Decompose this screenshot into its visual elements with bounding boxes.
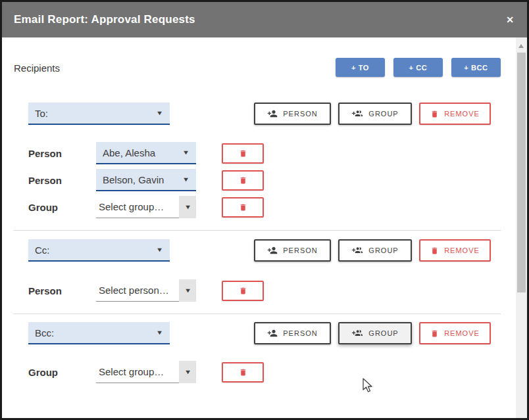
add-group-label: GROUP bbox=[368, 329, 398, 337]
to-group-select[interactable]: Select group… ▼ bbox=[96, 196, 196, 218]
to-member-row-3: Group Select group… ▼ bbox=[14, 196, 501, 218]
add-person-label: PERSON bbox=[283, 329, 317, 337]
add-cc-button[interactable]: + CC bbox=[393, 58, 443, 77]
add-person-label: PERSON bbox=[283, 246, 317, 254]
trash-icon bbox=[239, 368, 247, 377]
bcc-remove-section-button[interactable]: REMOVE bbox=[419, 322, 491, 344]
member-kind-label: Person bbox=[28, 148, 96, 159]
member-kind-label: Person bbox=[28, 285, 96, 296]
cc-delete-row-1-button[interactable] bbox=[222, 281, 264, 301]
to-remove-section-button[interactable]: REMOVE bbox=[419, 103, 491, 125]
member-kind-label: Group bbox=[28, 367, 96, 378]
person-add-icon bbox=[267, 328, 278, 338]
dropdown-caret-icon: ▼ bbox=[156, 330, 163, 336]
close-icon: ✕ bbox=[506, 14, 514, 25]
dropdown-caret-box: ▼ bbox=[179, 196, 196, 218]
modal-title-bar: Email Report: Approval Requests ✕ bbox=[2, 2, 527, 37]
email-report-modal: Email Report: Approval Requests ✕ Recipi… bbox=[0, 0, 529, 420]
to-member-row-1: Person Abe, Alesha ▼ bbox=[14, 142, 501, 164]
add-group-label: GROUP bbox=[368, 110, 398, 118]
bcc-type-value: Bcc: bbox=[35, 327, 54, 338]
bcc-group-select[interactable]: Select group… ▼ bbox=[96, 361, 196, 383]
bcc-section-actions: PERSON GROUP REMOVE bbox=[254, 322, 491, 344]
group-add-icon bbox=[351, 245, 363, 256]
dropdown-caret-icon: ▼ bbox=[182, 150, 189, 156]
recipients-header-row: Recipients + TO + CC + BCC bbox=[14, 58, 501, 77]
modal-body: Recipients + TO + CC + BCC To: ▼ PERSON bbox=[2, 37, 516, 418]
trash-icon bbox=[239, 287, 247, 295]
cc-remove-section-button[interactable]: REMOVE bbox=[419, 239, 491, 262]
person-select-value-area: Select person… bbox=[96, 279, 179, 302]
recipients-heading: Recipients bbox=[14, 62, 60, 77]
dropdown-caret-icon: ▼ bbox=[184, 288, 191, 294]
section-to-header: To: ▼ PERSON GROUP REMOVE bbox=[14, 103, 501, 125]
member-kind-label: Group bbox=[28, 202, 96, 213]
trash-icon bbox=[430, 246, 439, 255]
bcc-delete-row-1-button[interactable] bbox=[222, 362, 264, 383]
dropdown-caret-icon: ▼ bbox=[156, 247, 163, 253]
section-divider bbox=[14, 314, 501, 314]
modal-title: Email Report: Approval Requests bbox=[14, 13, 195, 26]
remove-label: REMOVE bbox=[444, 246, 480, 254]
to-delete-row-1-button[interactable] bbox=[222, 143, 264, 164]
bcc-add-person-button[interactable]: PERSON bbox=[254, 322, 331, 344]
to-add-person-button[interactable]: PERSON bbox=[254, 103, 331, 125]
scroll-up-arrow-icon[interactable] bbox=[518, 44, 524, 48]
remove-label: REMOVE bbox=[444, 110, 480, 118]
bcc-type-select[interactable]: Bcc: ▼ bbox=[28, 322, 170, 344]
group-select-placeholder: Select group… bbox=[99, 201, 164, 212]
to-section-actions: PERSON GROUP REMOVE bbox=[254, 103, 491, 125]
to-member-row-2: Person Belson, Gavin ▼ bbox=[14, 169, 501, 191]
group-add-icon bbox=[351, 328, 363, 338]
add-group-label: GROUP bbox=[368, 246, 398, 254]
cc-person-select[interactable]: Select person… ▼ bbox=[96, 279, 196, 302]
cc-type-value: Cc: bbox=[35, 245, 50, 256]
group-select-value-area: Select group… bbox=[96, 196, 179, 218]
add-person-label: PERSON bbox=[283, 110, 317, 118]
person-add-icon bbox=[267, 108, 278, 119]
dropdown-caret-icon: ▼ bbox=[156, 110, 163, 116]
person-select-placeholder: Select person… bbox=[99, 285, 169, 296]
trash-icon bbox=[239, 203, 247, 212]
trash-icon bbox=[239, 149, 247, 158]
dropdown-caret-icon: ▼ bbox=[184, 369, 191, 375]
bcc-member-row-1: Group Select group… ▼ bbox=[14, 361, 501, 383]
section-cc-header: Cc: ▼ PERSON GROUP REMOVE bbox=[14, 239, 501, 262]
add-section-buttons: + TO + CC + BCC bbox=[336, 58, 501, 77]
vertical-scrollbar[interactable] bbox=[516, 37, 527, 418]
add-to-button[interactable]: + TO bbox=[336, 58, 385, 77]
member-kind-label: Person bbox=[28, 175, 96, 186]
cc-add-person-button[interactable]: PERSON bbox=[254, 239, 331, 262]
to-delete-row-2-button[interactable] bbox=[222, 170, 264, 191]
group-select-placeholder: Select group… bbox=[99, 366, 164, 377]
trash-icon bbox=[430, 329, 439, 338]
group-select-value-area: Select group… bbox=[96, 361, 179, 383]
to-add-group-button[interactable]: GROUP bbox=[338, 103, 412, 125]
section-bcc-header: Bcc: ▼ PERSON GROUP REMOVE bbox=[14, 322, 501, 344]
to-type-value: To: bbox=[35, 108, 48, 119]
cc-type-select[interactable]: Cc: ▼ bbox=[28, 239, 170, 262]
dropdown-caret-box: ▼ bbox=[179, 279, 196, 302]
dropdown-caret-icon: ▼ bbox=[182, 177, 189, 183]
to-type-select[interactable]: To: ▼ bbox=[28, 103, 170, 125]
to-person-select-1[interactable]: Abe, Alesha ▼ bbox=[96, 142, 196, 164]
cc-add-group-button[interactable]: GROUP bbox=[338, 239, 412, 262]
to-person-select-2[interactable]: Belson, Gavin ▼ bbox=[96, 169, 196, 191]
dropdown-caret-icon: ▼ bbox=[184, 204, 191, 210]
trash-icon bbox=[430, 110, 439, 118]
trash-icon bbox=[239, 176, 247, 185]
bcc-add-group-button[interactable]: GROUP bbox=[338, 322, 412, 344]
person-select-value: Belson, Gavin bbox=[103, 174, 164, 185]
cc-section-actions: PERSON GROUP REMOVE bbox=[254, 239, 491, 262]
dropdown-caret-box: ▼ bbox=[179, 361, 196, 383]
section-divider bbox=[14, 230, 501, 231]
scrollbar-thumb[interactable] bbox=[517, 53, 526, 292]
person-add-icon bbox=[267, 245, 278, 256]
add-bcc-button[interactable]: + BCC bbox=[451, 58, 501, 77]
person-select-value: Abe, Alesha bbox=[103, 147, 155, 158]
group-add-icon bbox=[351, 108, 363, 119]
to-delete-row-3-button[interactable] bbox=[222, 197, 264, 218]
remove-label: REMOVE bbox=[444, 329, 480, 337]
close-button[interactable]: ✕ bbox=[506, 15, 514, 24]
cc-member-row-1: Person Select person… ▼ bbox=[14, 279, 501, 302]
